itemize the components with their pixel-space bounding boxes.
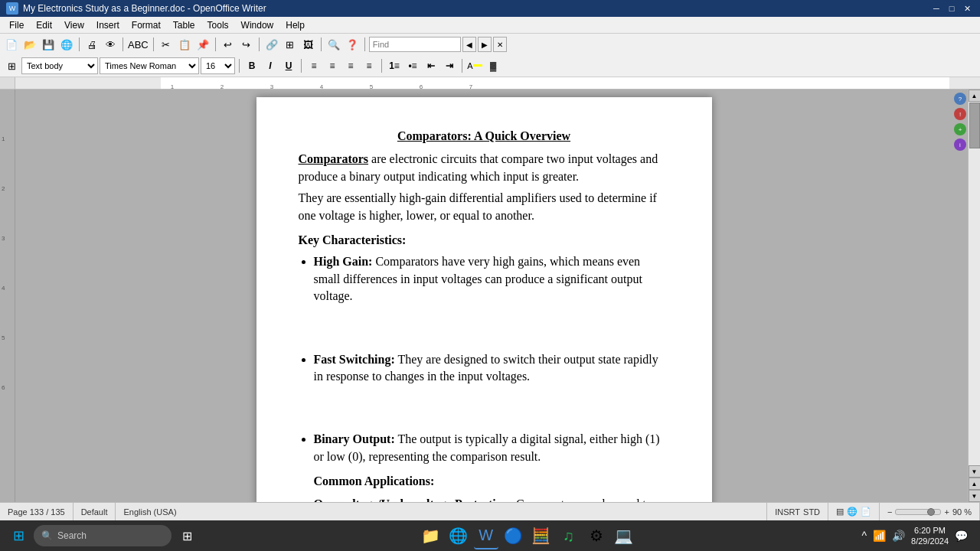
zoom-in-button[interactable]: + [944, 507, 949, 517]
scroll-line-up-button[interactable]: ▲ [969, 478, 981, 490]
menu-help[interactable]: Help [279, 18, 311, 32]
document-area[interactable]: Comparators: A Quick Overview Comparator… [15, 90, 952, 502]
print-preview-button[interactable]: 👁 [102, 36, 119, 53]
size-select[interactable]: 16 [201, 57, 235, 74]
menu-edit[interactable]: Edit [30, 18, 58, 32]
zoom-slider[interactable] [895, 509, 941, 515]
menu-window[interactable]: Window [235, 18, 280, 32]
taskbar-edge-app[interactable]: 🌐 [446, 522, 471, 549]
find-input[interactable] [369, 37, 461, 52]
view-print-icon[interactable]: 📄 [861, 507, 871, 517]
paste-button[interactable]: 📌 [194, 36, 211, 53]
undo-button[interactable]: ↩ [220, 36, 237, 53]
close-button[interactable]: ✕ [960, 2, 974, 15]
zoom-thumb[interactable] [927, 508, 935, 516]
taskbar-search-box[interactable]: 🔍 Search [34, 525, 172, 546]
view-icons-section[interactable]: ▤ 🌐 📄 [828, 503, 880, 520]
find-next-button[interactable]: ▶ [478, 37, 492, 52]
right-panel: ? ! + i [952, 90, 968, 502]
taskbar-spotify-app[interactable]: ♫ [557, 522, 581, 549]
align-justify-button[interactable]: ≡ [361, 57, 377, 74]
open-button[interactable]: 📂 [21, 36, 38, 53]
network-icon[interactable]: 📶 [873, 530, 886, 542]
minimize-button[interactable]: ─ [929, 2, 943, 15]
decrease-indent-button[interactable]: ⇤ [423, 57, 439, 74]
page-info-section: Page 133 / 135 [0, 503, 74, 520]
devtools-icon: 💻 [614, 527, 633, 545]
ruler: 1 2 3 4 5 6 7 [0, 77, 980, 90]
save-remote-button[interactable]: 🌐 [58, 36, 75, 53]
bullet-list-button[interactable]: •≡ [404, 57, 421, 74]
redo-button[interactable]: ↪ [238, 36, 255, 53]
underline-button[interactable]: U [280, 57, 297, 74]
menu-view[interactable]: View [58, 18, 90, 32]
view-web-icon[interactable]: 🌐 [847, 507, 858, 517]
taskbar-writer-app[interactable]: W [474, 522, 498, 549]
taskbar-calc-app[interactable]: 🧮 [529, 522, 554, 549]
numbered-list-button[interactable]: 1≡ [386, 57, 403, 74]
edge-icon: 🌐 [449, 527, 468, 545]
volume-icon[interactable]: 🔊 [892, 530, 905, 542]
scroll-up-button[interactable]: ▲ [969, 90, 981, 102]
align-left-button[interactable]: ≡ [305, 57, 322, 74]
panel-icon-2[interactable]: ! [954, 108, 966, 120]
italic-button[interactable]: I [262, 57, 279, 74]
sep8 [239, 59, 240, 73]
scroll-track[interactable] [969, 102, 980, 465]
start-button[interactable]: ⊞ [6, 523, 31, 548]
copy-button[interactable]: 📋 [176, 36, 193, 53]
menu-insert[interactable]: Insert [90, 18, 126, 32]
binary-output-label: Binary Output: [314, 432, 395, 445]
style-info: Default [81, 507, 108, 517]
tray-chevron-icon[interactable]: ^ [862, 530, 867, 542]
view-normal-icon[interactable]: ▤ [836, 507, 844, 517]
font-color-button[interactable]: A [466, 57, 483, 74]
align-right-button[interactable]: ≡ [342, 57, 359, 74]
font-select[interactable]: Times New Roman [100, 57, 199, 74]
scroll-down-button[interactable]: ▼ [969, 465, 981, 478]
panel-icon-1[interactable]: ? [954, 93, 966, 105]
notification-icon[interactable]: 💬 [955, 530, 968, 542]
bold-button[interactable]: B [243, 57, 260, 74]
new-button[interactable]: 📄 [3, 36, 20, 53]
menu-format[interactable]: Format [126, 18, 167, 32]
sep2 [122, 37, 123, 51]
spell-check-button[interactable]: ABC [127, 36, 149, 53]
taskbar-devtools-app[interactable]: 💻 [612, 522, 636, 549]
taskbar-settings-app[interactable]: ⚙ [584, 522, 609, 549]
system-clock[interactable]: 6:20 PM 8/29/2024 [911, 525, 949, 547]
scroll-thumb[interactable] [969, 103, 980, 148]
scroll-line-down-button[interactable]: ▼ [969, 490, 981, 502]
help-button[interactable]: ❓ [344, 36, 361, 53]
increase-indent-button[interactable]: ⇥ [441, 57, 458, 74]
bullet-binary-output: Binary Output: The output is typically a… [314, 431, 670, 465]
zoom-section[interactable]: − + 90 % [880, 503, 980, 520]
vertical-scrollbar[interactable]: ▲ ▼ ▲ ▼ [968, 90, 980, 502]
document-title: Comparators: A Quick Overview [299, 128, 670, 145]
print-button[interactable]: 🖨 [83, 36, 100, 53]
highlight-color-button[interactable]: ▓ [485, 57, 501, 74]
window-controls[interactable]: ─ □ ✕ [929, 2, 974, 15]
menu-file[interactable]: File [3, 18, 30, 32]
menu-table[interactable]: Table [167, 18, 201, 32]
maximize-button[interactable]: □ [945, 2, 959, 15]
zoom-out-button[interactable]: − [887, 507, 892, 517]
menu-tools[interactable]: Tools [201, 18, 235, 32]
panel-icon-4[interactable]: i [954, 139, 966, 151]
align-center-button[interactable]: ≡ [324, 57, 341, 74]
cut-button[interactable]: ✂ [158, 36, 175, 53]
sep1 [79, 37, 80, 51]
find-button[interactable]: 🔍 [325, 36, 342, 53]
image-button[interactable]: 🖼 [300, 36, 317, 53]
find-prev-button[interactable]: ◀ [462, 37, 476, 52]
table-button[interactable]: ⊞ [282, 36, 299, 53]
taskbar-explorer-app[interactable]: 📁 [419, 522, 443, 549]
task-view-button[interactable]: ⊞ [175, 523, 199, 548]
style-select[interactable]: Text body [21, 57, 98, 74]
taskbar-chrome-app[interactable]: 🔵 [501, 522, 526, 549]
save-button[interactable]: 💾 [40, 36, 57, 53]
hyperlink-button[interactable]: 🔗 [263, 36, 280, 53]
panel-icon-3[interactable]: + [954, 123, 966, 135]
find-close-button[interactable]: ✕ [493, 37, 507, 52]
style-side-button[interactable]: ⊞ [3, 57, 20, 74]
